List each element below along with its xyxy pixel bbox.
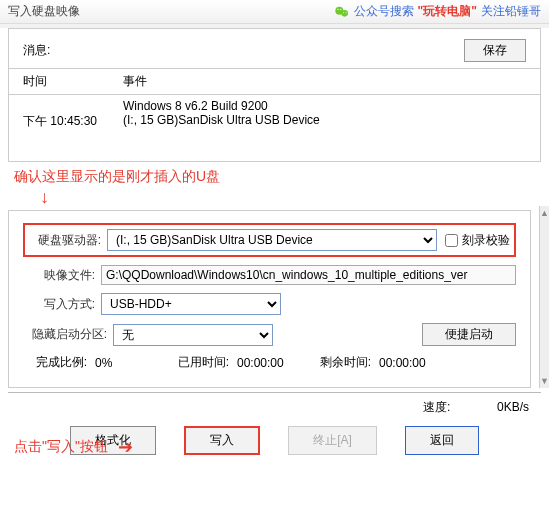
settings-group: 硬盘驱动器: (I:, 15 GB)SanDisk Ultra USB Devi… [8,210,531,388]
annotation-1: 确认这里显示的是刚才插入的U盘 [0,162,549,188]
window-body: 消息: 保存 时间 事件 Windows 8 v6.2 Build 9200 下… [0,28,549,506]
form: 硬盘驱动器: (I:, 15 GB)SanDisk Ultra USB Devi… [9,211,530,381]
svg-point-4 [342,12,343,13]
write-mode-label: 写入方式: [23,296,101,313]
log-header: 时间 事件 [9,68,540,95]
write-mode-select[interactable]: USB-HDD+ [101,293,281,315]
message-label: 消息: [23,42,454,59]
hidden-label: 隐藏启动分区: [23,326,113,343]
ratio-label: 完成比例: [23,354,87,371]
wechat-icon [334,4,350,20]
burn-check-label: 刻录校验 [462,232,510,249]
col-time: 时间 [23,73,123,90]
image-row: 映像文件: G:\QQDownload\Windows10\cn_windows… [23,265,516,285]
remain-label: 剩余时间: [307,354,371,371]
log-event: Windows 8 v6.2 Build 9200 [123,99,526,113]
stop-button: 终止[A] [288,426,377,455]
message-row: 消息: 保存 [9,29,540,68]
drive-label: 硬盘驱动器: [29,232,107,249]
col-event: 事件 [123,73,526,90]
arrow-down-icon: ↓ [0,188,549,206]
image-label: 映像文件: [23,267,101,284]
svg-point-5 [345,12,346,13]
title-bar: 写入硬盘映像 公众号搜索 "玩转电脑" 关注铅锤哥 [0,0,549,24]
arrow-right-icon: ➔ [118,436,133,458]
svg-point-3 [340,8,341,9]
elapsed-value: 00:00:00 [237,356,299,370]
speed-row: 速度: 0KB/s [0,395,549,418]
annotation-2: 点击"写入"按钮 ➔ [14,436,133,458]
portable-button[interactable]: 便捷启动 [422,323,516,346]
hidden-row: 隐藏启动分区: 无 便捷启动 [23,323,516,346]
write-mode-row: 写入方式: USB-HDD+ [23,293,516,315]
log-row: 下午 10:45:30 (I:, 15 GB)SanDisk Ultra USB… [23,113,526,130]
brand-label: "玩转电脑" [418,3,477,20]
speed-label: 速度: [423,400,450,414]
hidden-select[interactable]: 无 [113,324,273,346]
search-label: 公众号搜索 [354,3,414,20]
scroll-up-icon[interactable]: ▲ [540,208,549,218]
log-time: 下午 10:45:30 [23,113,123,130]
drive-row: 硬盘驱动器: (I:, 15 GB)SanDisk Ultra USB Devi… [23,223,516,257]
log-time [23,99,123,113]
log-body: Windows 8 v6.2 Build 9200 下午 10:45:30 (I… [9,95,540,155]
message-group: 消息: 保存 时间 事件 Windows 8 v6.2 Build 9200 下… [8,28,541,162]
speed-value: 0KB/s [497,400,529,414]
svg-point-2 [337,8,338,9]
log-event: (I:, 15 GB)SanDisk Ultra USB Device [123,113,526,130]
drive-select[interactable]: (I:, 15 GB)SanDisk Ultra USB Device [107,229,437,251]
remain-value: 00:00:00 [379,356,441,370]
separator [8,392,541,393]
scrollbar[interactable]: ▲ ▼ [539,206,549,388]
save-button[interactable]: 保存 [464,39,526,62]
log-row: Windows 8 v6.2 Build 9200 [23,99,526,113]
burn-check[interactable]: 刻录校验 [445,232,510,249]
elapsed-label: 已用时间: [165,354,229,371]
burn-checkbox[interactable] [445,234,458,247]
progress-row: 完成比例: 0% 已用时间: 00:00:00 剩余时间: 00:00:00 [23,354,516,371]
back-button[interactable]: 返回 [405,426,479,455]
header-right: 公众号搜索 "玩转电脑" 关注铅锤哥 [334,3,541,20]
follow-label: 关注铅锤哥 [481,3,541,20]
svg-point-1 [341,10,348,17]
image-path: G:\QQDownload\Windows10\cn_windows_10_mu… [101,265,516,285]
ratio-value: 0% [95,356,157,370]
window-title: 写入硬盘映像 [8,3,334,20]
scroll-down-icon[interactable]: ▼ [540,376,549,386]
write-button[interactable]: 写入 [184,426,260,455]
